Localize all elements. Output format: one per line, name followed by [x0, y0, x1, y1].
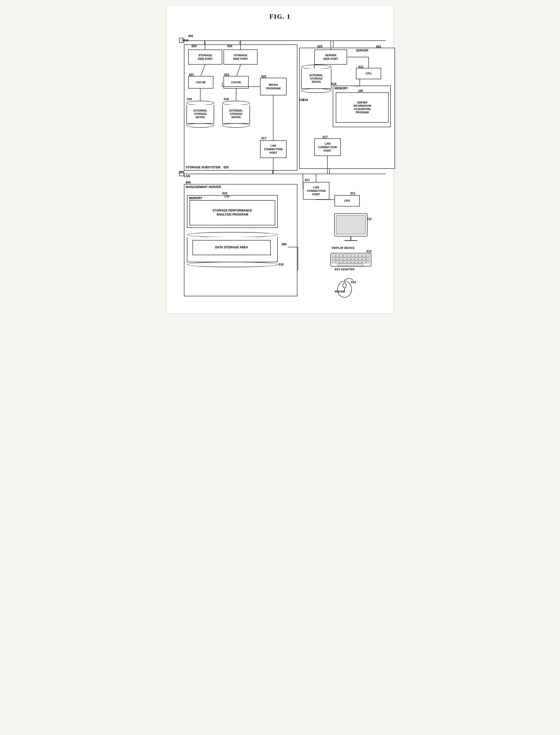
svg-rect-41 — [362, 255, 366, 257]
monitor-icon — [331, 212, 374, 245]
lan-conn-port-server: LAN CONNECTION PORT — [314, 138, 341, 156]
svg-rect-47 — [347, 258, 350, 260]
data-storage-box: DATA STORAGE AREA — [192, 240, 271, 255]
management-server-label: MANAGEMENT SERVER — [186, 185, 221, 189]
ref-011b: 011 — [350, 191, 355, 195]
ref-003: 003 — [179, 171, 184, 174]
svg-rect-63 — [338, 264, 363, 266]
ref-017c: 017 — [305, 178, 310, 182]
ref-015a: 015 — [331, 82, 337, 86]
san-label: SAN — [182, 39, 188, 42]
svg-rect-54 — [336, 261, 339, 263]
storage-subsystem-label: STORAGE SUBSYSTEM — [186, 166, 220, 169]
ref-023: 023 — [317, 45, 322, 48]
svg-rect-57 — [347, 261, 350, 263]
lan-label: LAN — [184, 174, 190, 178]
ref-002: 002 — [188, 34, 193, 38]
server-side-port: SERVER SIDE PORT — [314, 49, 347, 65]
ref-200: 200 — [282, 242, 287, 246]
svg-rect-58 — [351, 261, 354, 263]
ref-016a: 016 — [187, 97, 192, 101]
ref-024a: 024 — [191, 44, 197, 48]
display-device-label: DISPLAY DEVICE — [332, 246, 354, 249]
svg-rect-39 — [355, 255, 358, 257]
ref-016b: 016 — [224, 97, 229, 101]
cpu-mgmt: CPU — [334, 195, 360, 206]
ext-storage-3: EXTERNAL STORAGE DEVICE — [301, 65, 331, 93]
svg-rect-60 — [359, 261, 362, 263]
ref-016d: 016 — [278, 263, 284, 266]
svg-rect-29 — [336, 215, 366, 234]
svg-rect-53 — [332, 261, 335, 263]
ref-100: 100 — [358, 89, 363, 93]
svg-rect-33 — [332, 255, 335, 257]
svg-rect-61 — [362, 261, 366, 263]
storage-side-port-2: STORAGE SIDE PORT — [223, 49, 258, 65]
storage-side-port-1: STORAGE SIDE PORT — [188, 49, 222, 65]
svg-rect-48 — [351, 258, 354, 260]
server-label: SERVER — [356, 49, 368, 52]
diagram: 002 SAN STORAGE SUBSYSTEM 020 024 STORAG… — [174, 25, 386, 303]
svg-rect-55 — [340, 261, 343, 263]
svg-rect-35 — [340, 255, 343, 257]
svg-rect-56 — [344, 261, 347, 263]
svg-rect-59 — [355, 261, 358, 263]
memory-server-label: MEMORY — [334, 87, 348, 90]
page: FIG. 1 — [166, 5, 394, 313]
microprogram-box: MICRO PROGRAM — [260, 78, 287, 95]
mouse-label: MOUSE — [335, 290, 345, 293]
lan-conn-port-mgmt: LAN CONNECTION PORT — [303, 182, 329, 200]
svg-rect-62 — [366, 261, 369, 263]
figure-title: FIG. 1 — [174, 13, 386, 20]
ref-004: 004 — [186, 181, 191, 184]
svg-rect-50 — [359, 258, 362, 260]
ref-110: 110 — [224, 195, 229, 198]
cpu-server: CPU — [356, 68, 381, 79]
svg-point-66 — [343, 283, 346, 288]
ref-017a: 017 — [261, 136, 266, 140]
svg-rect-40 — [359, 255, 362, 257]
keyboard-icon — [330, 253, 376, 268]
svg-rect-34 — [336, 255, 339, 257]
svg-rect-43 — [332, 258, 335, 260]
lan-conn-port-storage: LAN CONNECTION PORT — [260, 140, 287, 158]
svg-rect-44 — [336, 258, 339, 260]
ref-020: 020 — [223, 166, 229, 169]
svg-rect-46 — [344, 258, 347, 260]
ref-024b: 024 — [227, 44, 232, 48]
ref-016c-2: 016 — [299, 98, 304, 102]
key-adapter-label: KEY ADAPTER — [335, 268, 354, 271]
svg-rect-37 — [347, 255, 350, 257]
svg-rect-52 — [366, 258, 369, 260]
mouse-icon — [336, 278, 356, 298]
svg-rect-38 — [351, 255, 354, 257]
ext-storage-1: EXTERNAL STORAGE DEVICE — [186, 101, 214, 128]
ext-storage-2: EXTERNAL STORAGE DEVICE — [222, 101, 250, 128]
svg-rect-36 — [344, 255, 347, 257]
memory-mgmt-label: MEMORY — [189, 196, 203, 200]
svg-rect-42 — [366, 255, 369, 257]
svg-rect-45 — [340, 258, 343, 260]
storage-perf-prog-box: STORAGE PERFORMANCE ANALYSIS PROGRAM — [189, 200, 275, 225]
server-info-prog-box: SERVER INFORMATION ACQUISITION PROGRAM — [336, 92, 389, 123]
cache-2: CACHE — [223, 76, 249, 89]
svg-rect-51 — [362, 258, 366, 260]
svg-rect-49 — [355, 258, 358, 260]
cache-1: CACHE — [188, 76, 213, 89]
